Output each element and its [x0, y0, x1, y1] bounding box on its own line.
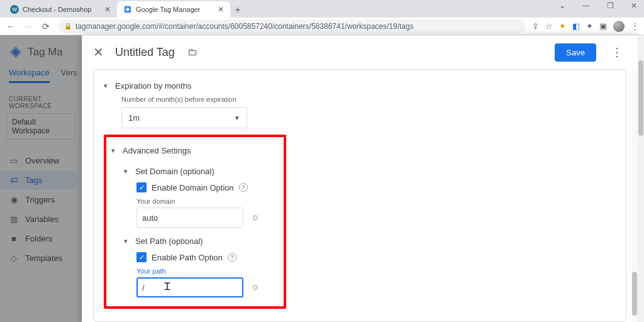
- domain-input[interactable]: [136, 208, 243, 228]
- select-value: 1m: [128, 113, 140, 123]
- scrollbar-thumb[interactable]: [632, 272, 637, 316]
- address-bar-row: ← → ⟳ 🔒 tagmanager.google.com/#/containe…: [0, 18, 644, 35]
- tag-editor-panel: ✕ Untitled Tag 🗀 Save ⋮ ▾ Expiration by …: [82, 35, 638, 322]
- tag-config-card: ▾ Expiration by months Number of month(s…: [93, 69, 626, 322]
- extension-icon[interactable]: ◧: [572, 21, 580, 31]
- checkbox-label: Enable Domain Option: [152, 183, 234, 192]
- variable-picker-icon[interactable]: ⛭: [247, 279, 264, 296]
- highlight-annotation: ▾ Advanced Settings ▾ Set Domain (option…: [104, 135, 286, 309]
- help-icon[interactable]: ?: [239, 183, 248, 192]
- minimize-icon[interactable]: —: [580, 1, 592, 10]
- share-icon[interactable]: ⇪: [532, 21, 539, 31]
- path-input[interactable]: [136, 277, 243, 297]
- chevron-down-icon[interactable]: ▾: [124, 237, 128, 245]
- close-window-icon[interactable]: ✕: [628, 1, 640, 10]
- new-tab-button[interactable]: +: [230, 3, 245, 18]
- set-domain-header[interactable]: ▾ Set Domain (optional): [124, 164, 279, 179]
- path-input-row: ⛭ Ꮖ: [136, 277, 279, 297]
- domain-input-row: ⛭: [136, 208, 279, 228]
- enable-domain-row: ✓ Enable Domain Option ?: [136, 182, 279, 192]
- browser-chrome: W Checkout - Demoshop ✕ Google Tag Manag…: [0, 0, 644, 35]
- window-scrollbar[interactable]: [638, 35, 644, 322]
- close-panel-button[interactable]: ✕: [93, 45, 104, 60]
- folder-icon[interactable]: 🗀: [187, 47, 197, 58]
- set-path-section: ▾ Set Path (optional) ✓ Enable Path Opti…: [124, 234, 279, 297]
- scrollbar-thumb[interactable]: [638, 60, 643, 136]
- tab-strip: W Checkout - Demoshop ✕ Google Tag Manag…: [0, 0, 644, 18]
- checkbox-label: Enable Path Option: [152, 253, 223, 262]
- app-root: Tag Ma Workspace Vers CURRENT WORKSPACE …: [0, 35, 644, 322]
- panel-header: ✕ Untitled Tag 🗀 Save ⋮: [82, 35, 638, 69]
- extension-icon[interactable]: ▣: [599, 21, 607, 31]
- svg-text:W: W: [12, 7, 17, 13]
- tab-title: Google Tag Manager: [136, 6, 214, 13]
- extensions-puzzle-icon[interactable]: ✦: [586, 21, 593, 31]
- section-title: Advanced Settings: [123, 146, 191, 155]
- forward-button[interactable]: →: [23, 21, 34, 31]
- chevron-down-icon[interactable]: ▾: [111, 147, 115, 155]
- back-button[interactable]: ←: [5, 21, 16, 31]
- subsection-title: Set Path (optional): [135, 236, 203, 246]
- panel-body: ▾ Expiration by months Number of month(s…: [82, 69, 638, 322]
- section-title: Expiration by months: [115, 81, 191, 91]
- maximize-icon[interactable]: ❐: [604, 1, 616, 10]
- expiration-hint: Number of month(s) before expiration: [121, 96, 616, 103]
- enable-path-checkbox[interactable]: ✓: [136, 252, 147, 262]
- tag-title[interactable]: Untitled Tag: [115, 46, 175, 59]
- close-icon[interactable]: ✕: [104, 5, 111, 14]
- save-button[interactable]: Save: [555, 43, 596, 62]
- subsection-title: Set Domain (optional): [135, 167, 214, 176]
- browser-tab-demoshop[interactable]: W Checkout - Demoshop ✕: [4, 1, 117, 18]
- domain-field-label: Your domain: [136, 197, 279, 205]
- url-text: tagmanager.google.com/#/container/accoun…: [75, 22, 414, 31]
- chevron-down-icon[interactable]: ⌄: [556, 1, 569, 10]
- advanced-settings-header[interactable]: ▾ Advanced Settings: [111, 143, 279, 158]
- help-icon[interactable]: ?: [228, 253, 236, 262]
- reload-button[interactable]: ⟳: [40, 21, 52, 31]
- browser-tab-gtm[interactable]: Google Tag Manager ✕: [117, 1, 230, 18]
- enable-path-row: ✓ Enable Path Option ?: [136, 252, 279, 262]
- expiration-select[interactable]: 1m ▼: [121, 107, 247, 128]
- lock-icon: 🔒: [64, 23, 72, 30]
- chrome-menu-icon[interactable]: ⋮: [631, 21, 639, 31]
- enable-domain-checkbox[interactable]: ✓: [136, 182, 147, 192]
- expiration-section-header[interactable]: ▾ Expiration by months: [104, 79, 616, 93]
- set-domain-section: ▾ Set Domain (optional) ✓ Enable Domain …: [124, 164, 279, 228]
- tab-title: Checkout - Demoshop: [23, 6, 101, 13]
- chevron-down-icon[interactable]: ▾: [124, 167, 128, 175]
- panel-scrollbar[interactable]: [631, 69, 638, 322]
- gtm-icon: [123, 5, 132, 14]
- more-menu-icon[interactable]: ⋮: [608, 45, 626, 59]
- url-bar[interactable]: 🔒 tagmanager.google.com/#/container/acco…: [58, 19, 526, 33]
- path-field-label: Your path: [136, 267, 279, 275]
- chevron-down-icon[interactable]: ▾: [104, 82, 108, 90]
- close-icon[interactable]: ✕: [218, 5, 224, 14]
- caret-down-icon: ▼: [234, 114, 240, 121]
- extension-icon[interactable]: ✦: [559, 21, 566, 31]
- star-icon[interactable]: ☆: [545, 21, 553, 31]
- variable-picker-icon[interactable]: ⛭: [247, 209, 264, 226]
- extension-icons: ⇪ ☆ ✦ ◧ ✦ ▣ ⋮: [532, 21, 639, 32]
- window-controls: ⌄ — ❐ ✕: [556, 1, 640, 10]
- set-path-header[interactable]: ▾ Set Path (optional): [124, 234, 279, 248]
- profile-avatar[interactable]: [613, 21, 625, 32]
- wordpress-icon: W: [10, 5, 19, 14]
